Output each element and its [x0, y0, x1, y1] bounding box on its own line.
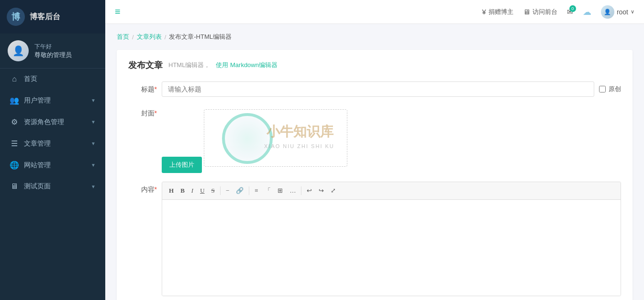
- editor-type-label: HTML编辑器，: [168, 61, 210, 69]
- svg-point-0: [223, 115, 271, 162]
- donate-label: 捐赠博主: [489, 8, 513, 16]
- page-heading: 发布文章 HTML编辑器， 使用 Markdown编辑器: [128, 59, 621, 71]
- visit-frontend-button[interactable]: 🖥 访问前台: [523, 8, 557, 16]
- page-title: 发布文章: [128, 59, 163, 71]
- svg-text:XIAO NIU ZHI SHI KU: XIAO NIU ZHI SHI KU: [264, 143, 334, 149]
- title-row: 标题* 原创: [128, 81, 621, 97]
- breadcrumb-home[interactable]: 首页: [117, 33, 129, 41]
- cover-image-area: 小牛知识库 XIAO NIU ZHI SHI KU: [204, 109, 347, 167]
- list-icon: ☰: [10, 139, 19, 148]
- username-label: root: [617, 8, 628, 16]
- sidebar-nav: ⌂ 首页 👥 用户管理 ▼ ⚙ 资源角色管理 ▼ ☰ 文章管理 ▼: [0, 69, 105, 197]
- toolbar-heading-btn[interactable]: H: [166, 185, 177, 196]
- chevron-down-icon: ▼: [91, 141, 96, 146]
- sidebar-logo: 博: [7, 8, 25, 26]
- content-area: 首页 / 文章列表 / 发布文章-HTML编辑器 发布文章 HTML编辑器， 使…: [105, 24, 644, 300]
- cover-row: 封面* 上传图片: [128, 105, 621, 173]
- donate-button[interactable]: ¥ 捐赠博主: [482, 8, 513, 16]
- title-label: 标题*: [128, 81, 157, 94]
- greeting-text: 下午好: [34, 43, 72, 51]
- sidebar-item-label: 测试页面: [24, 182, 51, 191]
- sidebar: 博 博客后台 👤 下午好 尊敬的管理员 ⌂ 首页 👥 用户管理 ▼ ⚙: [0, 0, 105, 300]
- sidebar-user: 👤 下午好 尊敬的管理员: [0, 34, 105, 69]
- users-icon: 👥: [10, 96, 19, 105]
- toolbar-italic-btn[interactable]: I: [189, 185, 196, 196]
- home-icon: ⌂: [10, 75, 19, 83]
- breadcrumb-current: 发布文章-HTML编辑器: [169, 33, 232, 41]
- svg-text:小牛知识库: 小牛知识库: [266, 124, 334, 139]
- editor-body[interactable]: [162, 200, 621, 296]
- dropdown-arrow-icon: ∨: [631, 9, 634, 15]
- globe-icon: 🌐: [10, 161, 19, 170]
- sidebar-item-label: 用户管理: [24, 96, 51, 105]
- breadcrumb-sep1: /: [132, 34, 134, 41]
- toolbar-list-btn[interactable]: ≡: [252, 185, 261, 196]
- content-row: 内容* H B I U S − 🔗: [128, 182, 621, 296]
- sidebar-item-label: 网站管理: [24, 161, 51, 170]
- html-editor: H B I U S − 🔗 ≡ 「 ⊞ …: [162, 182, 621, 296]
- toolbar-sep1: [220, 186, 221, 195]
- toolbar-link-btn[interactable]: 🔗: [233, 185, 246, 196]
- sidebar-item-user-management[interactable]: 👥 用户管理 ▼: [0, 90, 105, 111]
- editor-toolbar: H B I U S − 🔗 ≡ 「 ⊞ …: [162, 182, 621, 200]
- toolbar-strikethrough-btn[interactable]: S: [209, 185, 218, 196]
- sidebar-item-article-management[interactable]: ☰ 文章管理 ▼: [0, 133, 105, 154]
- menu-icon[interactable]: ≡: [115, 6, 121, 17]
- monitor-icon: 🖥: [10, 182, 19, 191]
- role-text: 尊敬的管理员: [34, 51, 72, 59]
- sidebar-item-resource-role[interactable]: ⚙ 资源角色管理 ▼: [0, 111, 105, 133]
- sidebar-item-label: 首页: [24, 75, 37, 83]
- sidebar-item-home[interactable]: ⌂ 首页: [0, 69, 105, 90]
- chevron-down-icon: ▼: [91, 98, 96, 103]
- publish-article-card: 发布文章 HTML编辑器， 使用 Markdown编辑器 标题* 原创: [117, 50, 633, 300]
- chevron-down-icon: ▼: [91, 184, 96, 189]
- breadcrumb: 首页 / 文章列表 / 发布文章-HTML编辑器: [117, 33, 633, 41]
- sidebar-item-site-management[interactable]: 🌐 网站管理 ▼: [0, 154, 105, 176]
- title-input[interactable]: [162, 81, 594, 97]
- sidebar-title: 博客后台: [30, 12, 60, 22]
- switch-editor-link[interactable]: 使用 Markdown编辑器: [216, 61, 278, 69]
- content-label: 内容*: [128, 182, 157, 194]
- sidebar-header: 博 博客后台: [0, 0, 105, 34]
- cover-label: 封面*: [128, 105, 157, 118]
- yen-icon: ¥: [482, 8, 486, 16]
- breadcrumb-article-list[interactable]: 文章列表: [137, 33, 162, 41]
- monitor-icon: 🖥: [523, 8, 530, 16]
- user-avatar: 👤: [601, 5, 614, 19]
- toolbar-more-btn[interactable]: …: [287, 185, 299, 196]
- original-label: 原创: [609, 85, 621, 93]
- toolbar-underline-btn[interactable]: U: [197, 185, 207, 196]
- notification-button[interactable]: ✉ 0: [567, 8, 573, 16]
- upload-image-button[interactable]: 上传图片: [162, 157, 202, 173]
- toolbar-undo-btn[interactable]: ↩: [304, 185, 315, 196]
- breadcrumb-sep2: /: [165, 34, 167, 41]
- original-checkbox-label: 原创: [599, 85, 621, 93]
- weather-icon: ☁: [583, 7, 591, 17]
- toolbar-sep2: [249, 186, 249, 195]
- toolbar-quote-btn[interactable]: 「: [262, 185, 274, 196]
- original-checkbox[interactable]: [599, 86, 606, 92]
- sidebar-item-label: 文章管理: [24, 139, 51, 148]
- toolbar-bold-btn[interactable]: B: [178, 185, 188, 196]
- notification-badge: 0: [569, 5, 576, 12]
- main-wrapper: ≡ ¥ 捐赠博主 🖥 访问前台 ✉ 0 ☁ 👤 root ∨: [105, 0, 644, 300]
- chevron-down-icon: ▼: [91, 162, 96, 168]
- visit-label: 访问前台: [533, 8, 557, 16]
- toolbar-minus-btn[interactable]: −: [223, 185, 232, 196]
- avatar: 👤: [8, 40, 29, 61]
- cover-watermark: 小牛知识库 XIAO NIU ZHI SHI KU: [204, 110, 347, 167]
- user-menu-button[interactable]: 👤 root ∨: [601, 5, 634, 19]
- sidebar-item-test-page[interactable]: 🖥 测试页面 ▼: [0, 176, 105, 197]
- toolbar-sep3: [301, 186, 301, 195]
- toolbar-table-btn[interactable]: ⊞: [275, 185, 286, 196]
- chevron-down-icon: ▼: [91, 119, 96, 125]
- sidebar-item-label: 资源角色管理: [24, 118, 64, 127]
- toolbar-redo-btn[interactable]: ↪: [316, 185, 327, 196]
- toolbar-fullscreen-btn[interactable]: ⤢: [328, 185, 339, 196]
- topbar: ≡ ¥ 捐赠博主 🖥 访问前台 ✉ 0 ☁ 👤 root ∨: [105, 0, 644, 24]
- gear-icon: ⚙: [10, 117, 19, 127]
